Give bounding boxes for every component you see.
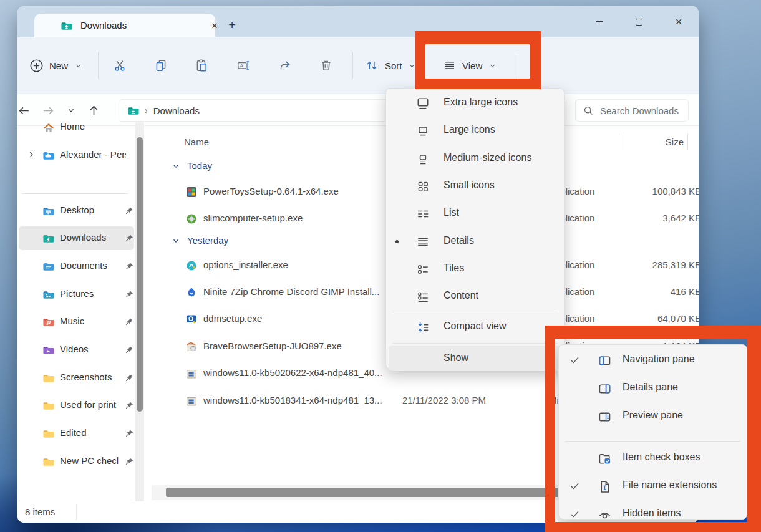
details-pane-icon [598, 382, 612, 396]
downloads-folder-icon [61, 20, 72, 32]
show-submenu-item-preview-pane[interactable]: Preview pane [559, 403, 747, 430]
delete-button[interactable] [319, 50, 334, 81]
show-submenu-item-details-pane[interactable]: Details pane [559, 375, 747, 402]
sidebar-item-edited[interactable]: Edited [19, 422, 134, 445]
sort-button-label: Sort [385, 60, 402, 71]
file-name: PowerToysSetup-0.64.1-x64.exe [203, 186, 409, 196]
folder-icon [42, 372, 54, 384]
folder-icon [42, 428, 54, 440]
show-submenu-item-navigation-pane[interactable]: Navigation pane [559, 347, 747, 374]
sidebar-item-new-pc-checl[interactable]: New PC checl [19, 450, 134, 473]
plus-circle-icon [29, 58, 44, 73]
sidebar-item-alexander-pers[interactable]: Alexander - Pers [19, 143, 134, 167]
search-input[interactable] [600, 105, 681, 116]
copy-button[interactable] [153, 50, 168, 81]
minimize-icon [596, 21, 603, 22]
maximize-button[interactable] [619, 6, 659, 37]
sidebar-item-used-for-print[interactable]: Used for print [19, 394, 134, 417]
view-menu-item-show[interactable]: Show [389, 346, 561, 371]
tab-label: Downloads [80, 20, 127, 31]
sidebar-item-pictures[interactable]: Pictures [19, 283, 134, 306]
view-button[interactable]: View [442, 50, 497, 81]
window-controls: ✕ [579, 6, 699, 37]
pin-icon [125, 289, 134, 299]
sidebar-item-music[interactable]: Music [19, 310, 134, 334]
check-icon [570, 509, 580, 522]
breadcrumb-separator: › [145, 105, 148, 115]
divider [19, 501, 133, 501]
close-icon: ✕ [675, 17, 682, 27]
content-view-icon [416, 290, 430, 304]
view-menu-item-details[interactable]: Details [386, 228, 564, 256]
sidebar-item-desktop[interactable]: Desktop [19, 199, 134, 223]
downloads-folder-icon [42, 233, 54, 244]
pin-icon [125, 400, 134, 410]
svg-text:A: A [240, 63, 244, 69]
submenu-item-label: Hidden items [623, 508, 681, 519]
details-view-icon [416, 235, 430, 249]
cut-icon [112, 58, 127, 73]
group-label: Today [187, 160, 212, 171]
pin-icon [125, 233, 134, 243]
column-header-size[interactable]: Size [618, 137, 684, 162]
extra-large-icons-icon [416, 97, 430, 110]
submenu-item-label: Preview pane [623, 410, 683, 421]
file-size: 100,843 KB [632, 186, 699, 196]
items-count: 8 items [25, 506, 55, 517]
sidebar-item-documents[interactable]: Documents [19, 254, 134, 278]
menu-item-label: Show [444, 352, 468, 364]
close-tab-icon[interactable]: ✕ [208, 19, 221, 32]
paste-button[interactable] [194, 50, 209, 81]
sort-button[interactable]: Sort [364, 50, 417, 81]
ninite-icon [186, 287, 197, 298]
view-menu-item-large-icons[interactable]: Large icons [386, 117, 564, 145]
share-button[interactable] [278, 50, 293, 81]
sidebar-item-screenshots[interactable]: Screenshots [19, 366, 134, 390]
pin-icon [125, 373, 134, 382]
status-divider [76, 504, 77, 520]
file-name: options_installer.exe [203, 259, 409, 270]
chevron-down-blue-icon [172, 162, 180, 170]
sidebar-item-home[interactable]: Home [19, 115, 134, 139]
paste-icon [194, 58, 209, 73]
tab-downloads[interactable]: Downloads ✕ [34, 14, 215, 37]
view-menu-item-compact-view[interactable]: Compact view [386, 314, 564, 341]
file-name: windows11.0-kb5018341-x64-ndp481_13... [203, 395, 409, 405]
show-submenu-item-hidden-items[interactable]: Hidden items [559, 501, 747, 528]
view-icon [442, 58, 457, 73]
file-name: Ninite 7Zip Chrome Discord GIMP Install.… [203, 286, 409, 297]
minimize-button[interactable] [579, 6, 619, 37]
view-menu-item-content[interactable]: Content [386, 283, 564, 311]
close-button[interactable]: ✕ [659, 6, 699, 37]
menu-item-label: Tiles [444, 263, 464, 274]
sidebar-item-videos[interactable]: Videos [19, 338, 134, 362]
windows-update-icon [186, 395, 197, 407]
folder-icon [42, 400, 54, 412]
sidebar-scrollbar-thumb[interactable] [137, 137, 143, 412]
documents-folder-icon [42, 261, 54, 273]
desktop-folder-icon [42, 205, 54, 217]
view-menu-item-extra-large-icons[interactable]: Extra large icons [386, 90, 564, 117]
column-divider[interactable] [687, 133, 688, 150]
show-submenu-item-file-name-extensions[interactable]: File name extensions [559, 473, 747, 500]
view-menu-item-medium-sized-icons[interactable]: Medium-sized icons [386, 145, 564, 173]
column-divider[interactable] [619, 133, 619, 150]
show-submenu-item-item-check-boxes[interactable]: Item check boxes [559, 445, 747, 472]
view-menu-item-tiles[interactable]: Tiles [386, 256, 564, 283]
cut-button[interactable] [112, 50, 127, 81]
menu-separator [392, 312, 558, 312]
pin-icon [125, 345, 134, 354]
new-tab-button[interactable]: + [223, 16, 241, 34]
rename-button[interactable]: A [236, 50, 251, 81]
view-menu-item-list[interactable]: List [386, 200, 564, 228]
sidebar-item-label: Used for print [60, 399, 126, 410]
sidebar-item-downloads[interactable]: Downloads [19, 226, 134, 250]
search-box[interactable] [575, 99, 689, 122]
view-menu-item-small-icons[interactable]: Small icons [386, 173, 564, 200]
toolbar-divider [98, 52, 99, 79]
screen: Downloads ✕ + ✕ New A [0, 0, 761, 532]
new-button[interactable]: New [29, 50, 82, 81]
breadcrumb[interactable]: Downloads [153, 105, 200, 116]
command-toolbar: New A Sort View [17, 37, 699, 94]
hidden-items-icon [598, 508, 612, 522]
